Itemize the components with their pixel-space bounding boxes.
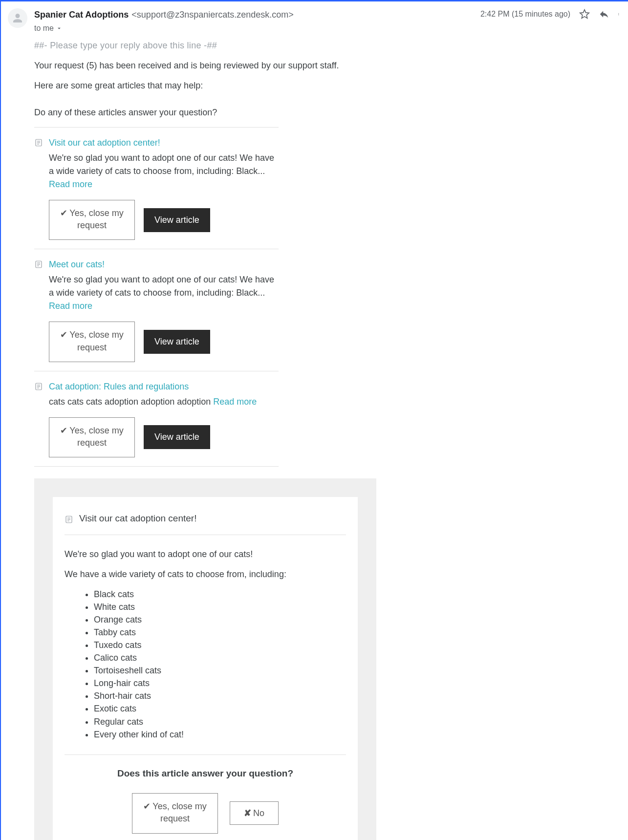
timestamp: 2:42 PM (15 minutes ago) bbox=[480, 8, 570, 20]
recipient-dropdown[interactable]: to me bbox=[34, 22, 474, 34]
email-header: Spanier Cat Adoptions <support@z3nspanie… bbox=[8, 8, 621, 34]
no-button[interactable]: ✘No bbox=[230, 801, 279, 825]
article-snippet: We're so glad you want to adopt one of o… bbox=[49, 151, 279, 191]
list-item: White cats bbox=[94, 601, 346, 613]
intro-para-2: Here are some great articles that may he… bbox=[34, 79, 621, 92]
list-item: Regular cats bbox=[94, 715, 346, 728]
yes-close-button[interactable]: ✔Yes, close myrequest bbox=[132, 793, 218, 833]
article-title-link[interactable]: Meet our cats! bbox=[49, 258, 105, 271]
list-item: Orange cats bbox=[94, 613, 346, 626]
document-icon bbox=[34, 260, 43, 269]
list-item: Calico cats bbox=[94, 651, 346, 664]
expanded-article-title: Visit our cat adoption center! bbox=[79, 512, 196, 526]
view-article-button[interactable]: View article bbox=[144, 330, 210, 354]
view-article-button[interactable]: View article bbox=[144, 425, 210, 449]
svg-point-1 bbox=[618, 14, 619, 14]
sender-name: Spanier Cat Adoptions bbox=[34, 8, 129, 22]
svg-point-0 bbox=[618, 13, 619, 14]
list-item: Tortoiseshell cats bbox=[94, 664, 346, 677]
read-more-link[interactable]: Read more bbox=[213, 397, 257, 407]
sender-email: <support@z3nspaniercats.zendesk.com> bbox=[131, 8, 293, 22]
yes-close-button[interactable]: ✔Yes, close myrequest bbox=[49, 417, 135, 457]
reply-icon[interactable] bbox=[599, 9, 609, 20]
article-snippet: We're so glad you want to adopt one of o… bbox=[49, 273, 279, 313]
list-item: Short-hair cats bbox=[94, 689, 346, 702]
read-more-link[interactable]: Read more bbox=[49, 179, 92, 189]
more-icon[interactable] bbox=[618, 9, 621, 20]
article-item: Cat adoption: Rules and regulations cats… bbox=[34, 371, 279, 467]
svg-point-2 bbox=[618, 15, 619, 15]
document-icon bbox=[34, 382, 43, 391]
article-snippet: cats cats cats adoption adoption adoptio… bbox=[49, 395, 279, 409]
yes-close-button[interactable]: ✔Yes, close myrequest bbox=[49, 322, 135, 362]
list-item: Tabby cats bbox=[94, 626, 346, 639]
article-title-link[interactable]: Cat adoption: Rules and regulations bbox=[49, 380, 189, 393]
list-item: Exotic cats bbox=[94, 702, 346, 715]
recipient-label: to me bbox=[34, 22, 54, 34]
feedback-question: Does this article answer your question? bbox=[65, 767, 346, 781]
list-item: Long-hair cats bbox=[94, 677, 346, 689]
avatar bbox=[8, 8, 27, 28]
list-item: Black cats bbox=[94, 588, 346, 601]
expanded-para-1: We're so glad you want to adopt one of o… bbox=[65, 548, 346, 561]
intro-para-1: Your request (5) has been received and i… bbox=[34, 59, 621, 72]
cat-list: Black catsWhite catsOrange catsTabby cat… bbox=[94, 588, 346, 741]
read-more-link[interactable]: Read more bbox=[49, 301, 92, 311]
chevron-down-icon bbox=[56, 25, 63, 32]
expanded-article-panel: Visit our cat adoption center! We're so … bbox=[34, 478, 376, 840]
expanded-para-2: We have a wide variety of cats to choose… bbox=[65, 568, 346, 581]
view-article-button[interactable]: View article bbox=[144, 208, 210, 232]
article-item: Visit our cat adoption center! We're so … bbox=[34, 128, 279, 249]
list-item: Every other kind of cat! bbox=[94, 728, 346, 741]
email-body: ##- Please type your reply above this li… bbox=[8, 34, 621, 840]
document-icon bbox=[65, 515, 73, 524]
list-item: Tuxedo cats bbox=[94, 639, 346, 651]
question-prompt: Do any of these articles answer your que… bbox=[34, 106, 279, 128]
document-icon bbox=[34, 138, 43, 147]
reply-marker: ##- Please type your reply above this li… bbox=[34, 39, 621, 52]
star-icon[interactable] bbox=[579, 9, 590, 20]
article-title-link[interactable]: Visit our cat adoption center! bbox=[49, 136, 160, 150]
yes-close-button[interactable]: ✔Yes, close myrequest bbox=[49, 200, 135, 240]
article-item: Meet our cats! We're so glad you want to… bbox=[34, 249, 279, 371]
